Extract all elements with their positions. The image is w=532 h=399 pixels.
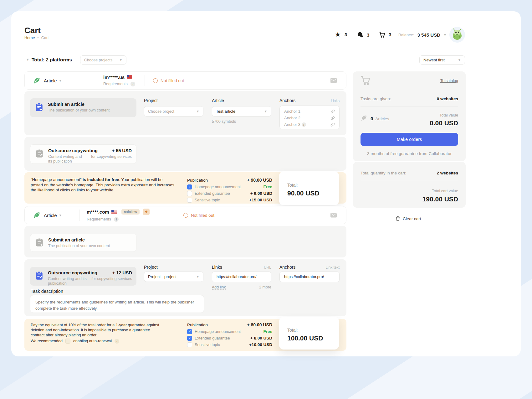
recommend-label: We recommended [31,339,63,344]
article-select[interactable]: Test article ▼ [212,106,271,117]
outsource-subtitle: Content writing and its publication [48,277,87,286]
info-icon[interactable]: i [114,217,119,222]
sort-select[interactable]: Newest first ▼ [419,55,465,65]
link-icon[interactable] [330,122,335,127]
chevron-down-icon: ▼ [264,110,267,113]
homepage-announcement-checkbox[interactable] [187,329,192,334]
content-type-select[interactable]: Article ▼ [25,211,79,219]
feather-icon [33,211,41,219]
cart-indicator[interactable]: 3 [379,31,391,38]
status-ring-icon [183,213,188,218]
submit-article-title: Submit an article [48,237,110,242]
favorites-indicator[interactable]: ★ 3 [335,31,347,38]
total-label: Total: [287,328,339,333]
anchor-item[interactable]: Anchor 1 [284,108,335,115]
choose-projects-value: Choose projects [84,58,112,62]
anchor-text: Anchor 1 [284,109,300,114]
info-icon[interactable]: i [302,122,306,127]
balance[interactable]: Balance: 3 545 USD ▼ [398,32,447,38]
platform-domain[interactable]: im*****.us [103,75,125,80]
balance-label: Balance: [398,33,414,37]
outsource-price: + 55 USD [112,148,132,153]
platform-domain[interactable]: m****.com [87,209,109,215]
publication-price: + 90.00 USD [247,178,272,183]
outsource-title: Outsource copywriting [48,270,97,275]
comment-icon [145,210,148,214]
requirements-label[interactable]: Requirements [103,82,128,86]
messages-indicator[interactable]: 3 [357,31,369,38]
status-ring-icon [153,78,158,83]
option-price: + 9.00 USD [250,191,272,196]
homepage-announcement-checkbox[interactable] [187,184,192,189]
anchor-item[interactable]: Anchor 3 i [284,121,335,128]
clipboard-edit-icon [34,271,44,280]
tasks-given-value: 0 websites [392,96,458,101]
auto-renewal-checkbox[interactable] [65,339,70,344]
extended-guarantee-checkbox[interactable] [187,191,192,196]
extended-guarantee-checkbox[interactable] [187,336,192,341]
total-value: 100.00 USD [287,334,339,342]
more-links-count[interactable]: 2 more [212,285,271,289]
publication-options: Publication + 80.00 USD Homepage announc… [187,321,272,348]
breadcrumb-separator: • [37,36,38,40]
task-description-label: Task description [31,289,63,294]
clipboard-add-icon [35,238,44,247]
option-label: Sensitive topic [195,198,220,202]
link-icon[interactable] [330,116,335,120]
option-label: Homepage announcement [195,185,241,189]
to-catalog-link[interactable]: To catalog [416,79,458,83]
option-price: + 8.00 USD [250,336,272,340]
project-select[interactable]: Choose project ▼ [144,106,203,117]
project-select[interactable]: Project - project ▼ [144,272,203,282]
outsource-copywriting-option[interactable]: Outsource copywriting + 12 USD Content w… [30,267,136,286]
cart-icon [379,31,386,38]
sensitive-topic-checkbox[interactable] [187,342,192,347]
chat-icon [357,31,364,38]
platform-info: m****.com nofollow Requirements i [79,209,175,222]
platform-card-header: Article ▼ im*****.us Requirements i Not … [24,71,346,90]
breadcrumb-home[interactable]: Home [24,36,35,40]
sort-value: Newest first [423,58,445,62]
cart-icon [360,75,371,85]
option-price: +15.00 USD [249,198,272,202]
divider [361,106,458,106]
clear-cart-button[interactable]: Clear cart [396,216,421,221]
avatar[interactable] [449,27,465,43]
info-icon[interactable]: i [115,339,119,344]
option-label: Sensitive topic [195,343,220,347]
choose-projects-select[interactable]: Choose projects ▼ [80,55,126,65]
content-type-select[interactable]: Article ▼ [25,77,96,85]
submit-article-option[interactable]: Submit an article The publication of you… [30,98,136,117]
task-description-textarea[interactable] [30,295,204,313]
comment-badge[interactable] [143,209,150,215]
outsource-subtitle: Content writing and its publication [48,154,86,164]
info-icon[interactable]: i [130,82,135,86]
clipboard-add-icon [34,102,44,112]
link-icon[interactable] [330,109,335,114]
messages-count: 3 [367,32,369,38]
cart-quantity-value: 2 websites [392,171,458,175]
clear-cart-label: Clear cart [403,216,421,221]
anchor-item[interactable]: Anchor 2 [284,115,335,121]
outsource-copywriting-option[interactable]: Outsource copywriting + 55 USD Content w… [30,144,136,164]
option-label: Extended guarantee [195,336,230,340]
link-url-input[interactable] [212,272,271,282]
anchor-text-input[interactable] [279,272,340,282]
submit-article-option[interactable]: Submit an article The publication of you… [30,234,136,252]
links-unit-label: URL [212,265,271,270]
status-badge: Not filled out [145,78,330,83]
project-value: Choose project [148,109,174,114]
requirements-label[interactable]: Requirements [87,217,111,221]
collapse-chevron-icon[interactable]: ▼ [26,58,29,61]
sensitive-topic-checkbox[interactable] [187,198,192,203]
submit-article-subtitle: The publication of your own content [48,244,110,248]
platform-info: im*****.us Requirements i [96,75,145,86]
articles-count: 0 [371,116,373,121]
chevron-down-icon: ▼ [59,214,62,217]
breadcrumb-current: Cart [41,36,49,40]
symbols-count: 5700 symbols [212,119,236,124]
status-text: Not filled out [191,213,214,218]
make-orders-button[interactable]: Make orders [361,133,458,146]
envelope-icon[interactable] [330,213,337,218]
envelope-icon[interactable] [330,78,337,83]
